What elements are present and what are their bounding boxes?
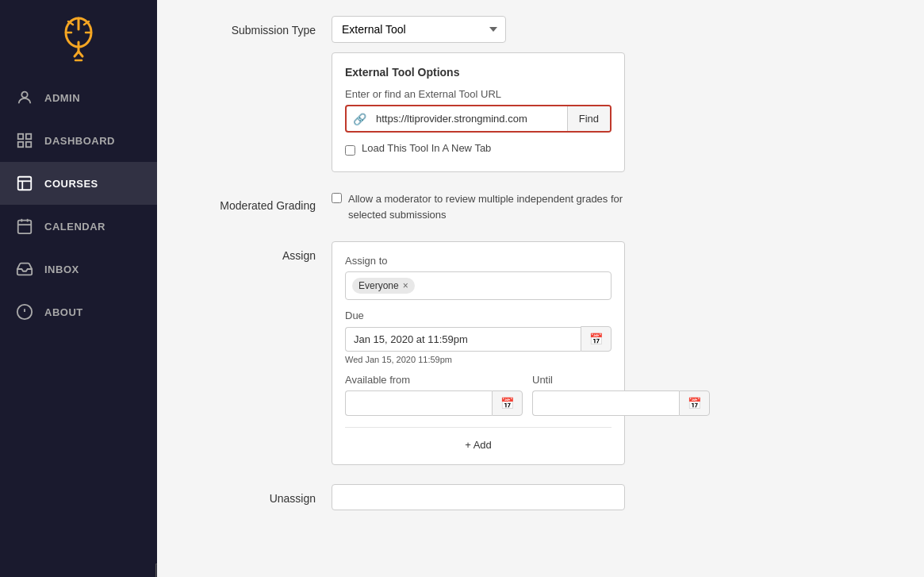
sidebar-item-inbox-label: INBOX: [44, 263, 79, 275]
moderated-grading-label: Moderated Grading: [189, 191, 332, 212]
available-from-input-row: 📅: [345, 390, 523, 416]
due-date-input[interactable]: [345, 327, 581, 352]
url-input-row: 🔗 Find: [345, 105, 612, 133]
until-calendar-button[interactable]: 📅: [679, 390, 710, 416]
remove-everyone-button[interactable]: ×: [403, 281, 408, 290]
admin-icon: [16, 89, 33, 106]
submission-type-select[interactable]: External Tool Online On Paper No Submiss…: [332, 16, 506, 43]
sidebar: ADMIN DASHBOARD COURSES CALENDAR INBOX A…: [0, 0, 157, 577]
load-tab-row: Load This Tool In A New Tab: [345, 142, 612, 159]
until-input[interactable]: [532, 390, 679, 416]
sidebar-item-dashboard-label: DASHBOARD: [44, 135, 115, 147]
moderated-grading-checkbox[interactable]: [332, 193, 342, 203]
unassign-input[interactable]: [332, 484, 625, 510]
ext-tool-url-input[interactable]: [373, 107, 567, 130]
sidebar-item-admin-label: ADMIN: [44, 92, 80, 104]
assign-to-label: Assign to: [345, 255, 612, 267]
moderated-grading-checkbox-label[interactable]: Allow a moderator to review multiple ind…: [348, 191, 625, 222]
dashboard-icon: [16, 132, 33, 149]
courses-icon: [16, 175, 33, 192]
app-logo: [59, 16, 98, 63]
sidebar-item-admin[interactable]: ADMIN: [0, 76, 157, 119]
link-icon: 🔗: [347, 113, 373, 125]
available-from-field: Available from 📅: [345, 374, 523, 416]
about-icon: [16, 303, 33, 321]
assign-label: Assign: [189, 241, 332, 262]
svg-rect-18: [18, 221, 32, 234]
submission-type-control: External Tool Online On Paper No Submiss…: [332, 16, 892, 172]
inbox-icon: [16, 260, 33, 278]
due-input-row: 📅: [345, 326, 612, 352]
available-from-input[interactable]: [345, 390, 492, 416]
svg-rect-12: [26, 134, 31, 139]
sidebar-item-about[interactable]: ABOUT: [0, 290, 157, 333]
load-tab-label[interactable]: Load This Tool In A New Tab: [362, 142, 491, 154]
sidebar-item-about-label: ABOUT: [44, 306, 83, 318]
unassign-label: Unassign: [189, 484, 332, 505]
external-tool-options-box: External Tool Options Enter or find an E…: [332, 52, 625, 172]
everyone-tag: Everyone ×: [352, 278, 415, 294]
due-calendar-button[interactable]: 📅: [581, 326, 612, 352]
svg-rect-11: [18, 134, 23, 139]
available-from-label: Available from: [345, 374, 523, 386]
until-field: Until 📅: [532, 374, 710, 416]
sidebar-item-calendar-label: CALENDAR: [44, 221, 105, 233]
sidebar-item-calendar[interactable]: CALENDAR: [0, 205, 157, 248]
assign-section: Assign Assign to Everyone × Due 📅 Wed Ja: [189, 241, 892, 465]
calendar-icon: [16, 217, 33, 235]
logo-area: [0, 0, 157, 76]
ext-tool-url-label: Enter or find an External Tool URL: [345, 88, 612, 100]
svg-point-10: [21, 92, 27, 98]
sidebar-item-courses[interactable]: COURSES: [0, 162, 157, 205]
load-tab-checkbox[interactable]: [345, 145, 355, 156]
sidebar-item-inbox[interactable]: INBOX: [0, 248, 157, 290]
unassign-section: Unassign: [189, 484, 892, 510]
everyone-tag-label: Everyone: [358, 280, 399, 291]
ext-tool-title: External Tool Options: [345, 66, 612, 79]
submission-type-label: Submission Type: [189, 16, 332, 37]
due-label: Due: [345, 310, 612, 321]
until-label: Until: [532, 374, 710, 386]
assign-to-input[interactable]: Everyone ×: [345, 271, 612, 300]
submission-type-section: Submission Type External Tool Online On …: [189, 16, 892, 172]
moderated-grading-section: Moderated Grading Allow a moderator to r…: [189, 191, 892, 222]
due-hint: Wed Jan 15, 2020 11:59pm: [345, 355, 612, 364]
unassign-control: [332, 484, 892, 510]
svg-line-4: [79, 52, 82, 56]
assign-box: Assign to Everyone × Due 📅 Wed Jan 15, 2…: [332, 241, 625, 465]
assign-control: Assign to Everyone × Due 📅 Wed Jan 15, 2…: [332, 241, 892, 465]
until-input-row: 📅: [532, 390, 710, 416]
moderated-grading-control: Allow a moderator to review multiple ind…: [332, 191, 892, 222]
available-from-calendar-button[interactable]: 📅: [492, 390, 523, 416]
svg-rect-13: [18, 142, 23, 147]
find-button[interactable]: Find: [567, 106, 610, 131]
available-row: Available from 📅 Until 📅: [345, 374, 612, 416]
sidebar-item-dashboard[interactable]: DASHBOARD: [0, 119, 157, 162]
sidebar-item-courses-label: COURSES: [44, 178, 98, 190]
unassign-area: [332, 484, 625, 510]
svg-rect-14: [26, 142, 31, 147]
svg-rect-15: [18, 177, 32, 190]
mod-grading-area: Allow a moderator to review multiple ind…: [332, 191, 625, 222]
add-button[interactable]: + Add: [465, 439, 492, 451]
add-btn-row: + Add: [345, 427, 612, 452]
main-content: Submission Type External Tool Online On …: [157, 0, 924, 577]
